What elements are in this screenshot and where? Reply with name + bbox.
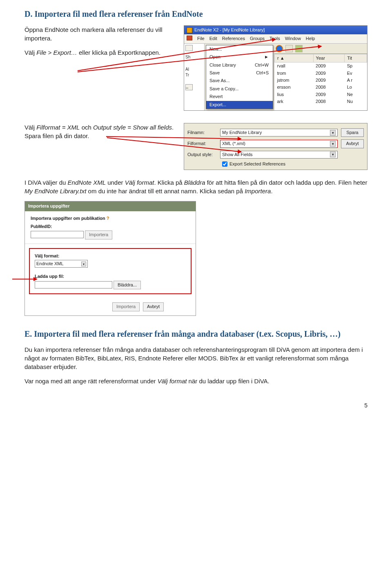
mi-savecopy[interactable]: Save a Copy... <box>206 85 273 93</box>
c: 2009 <box>313 91 345 98</box>
chevron-down-icon[interactable]: ▾ <box>81 262 86 266</box>
x: för att hitta filen på din dator och lad… <box>205 179 367 186</box>
table-row[interactable]: ark2008Nu <box>275 98 367 105</box>
x: när du laddar upp filen i DiVA. <box>187 378 269 385</box>
table-row[interactable]: lius2009Ne <box>275 91 367 98</box>
ladda-label: Ladda upp fil: <box>35 273 186 280</box>
endnote-right: r ▲ Year Tit rvall2009Sp trom2009Ev jstr… <box>274 44 367 110</box>
importera-bottom-button[interactable]: Importera <box>112 302 140 311</box>
c: Nu <box>345 98 367 105</box>
x: Filformat = XML <box>36 124 80 131</box>
t1: Välj <box>24 49 36 56</box>
tb-btn-1[interactable] <box>285 45 293 52</box>
mi-save-lbl: Save <box>209 70 220 76</box>
c: 2009 <box>313 77 345 84</box>
red-arrow-5 <box>12 279 37 280</box>
x: under <box>106 179 125 186</box>
mi-saveas[interactable]: Save As... <box>206 77 273 85</box>
chevron-down-icon[interactable]: ▾ <box>330 152 336 157</box>
table-row[interactable]: jstrom2009A r <box>275 77 367 84</box>
checkbox-icon[interactable] <box>222 161 227 167</box>
mi-open-acc: ► <box>264 54 269 60</box>
mi-savecopy-lbl: Save a Copy... <box>209 86 238 92</box>
x: . Klicka på <box>154 179 184 186</box>
endnote-app-icon <box>187 27 192 33</box>
file-path-input[interactable] <box>35 281 112 288</box>
c: 2008 <box>313 98 345 105</box>
filformat-field[interactable]: XML (*.xml) ▾ <box>220 140 338 148</box>
c: 2009 <box>313 70 345 77</box>
x: Output style = Show all fields <box>93 124 172 131</box>
menu-window[interactable]: Window <box>285 36 301 42</box>
mi-save-acc: Ctrl+S <box>256 70 269 76</box>
avbryt-button[interactable]: Avbryt <box>341 139 364 148</box>
format-select[interactable]: Endnote XML ▾ <box>35 260 88 268</box>
c: lius <box>275 91 314 98</box>
col-title[interactable]: Tit <box>345 54 367 62</box>
spara-button[interactable]: Spara <box>341 128 364 137</box>
mi-revert-lbl: Revert <box>209 94 223 100</box>
mi-save[interactable]: SaveCtrl+S <box>206 69 273 77</box>
para-d1a: Öppna EndNote och markera alla referense… <box>24 25 176 42</box>
diva-q-label: Importera uppgifter om publikation? <box>31 215 190 221</box>
help-icon[interactable]: ? <box>107 216 109 221</box>
para-d1b: Välj File > Export… eller klicka på Expo… <box>24 48 176 57</box>
col-author[interactable]: r ▲ <box>275 54 314 62</box>
filformat-value: XML (*.xml) <box>222 141 245 147</box>
menu-file[interactable]: File <box>197 36 205 42</box>
menu-references[interactable]: References <box>222 36 245 42</box>
mi-export[interactable]: Export... <box>206 101 273 109</box>
mi-revert[interactable]: Revert <box>206 93 273 101</box>
x: Bläddra <box>184 179 205 186</box>
t2: File > Export… <box>36 49 79 56</box>
filnamn-value: My EndNote Library <box>222 130 262 136</box>
c: jstrom <box>275 77 314 84</box>
c: 2008 <box>313 84 345 91</box>
x: Välj format <box>125 179 154 186</box>
menu-edit[interactable]: Edit <box>209 36 217 42</box>
format-value: Endnote XML <box>36 261 64 267</box>
col-year[interactable]: Year <box>313 54 345 62</box>
c: ersson <box>275 84 314 91</box>
endnote-titlebar: EndNote X2 - [My EndNote Library] <box>184 26 367 34</box>
diva-panel: Importera uppgifter Importera uppgifter … <box>24 201 196 315</box>
bladdra-button[interactable]: Bläddra... <box>114 281 141 289</box>
c: A r <box>345 77 367 84</box>
export-dialog: Filnamn: My EndNote Library ▾ Spara Filf… <box>184 123 368 170</box>
mi-close[interactable]: Close LibraryCtrl+W <box>206 61 273 69</box>
filnamn-field[interactable]: My EndNote Library ▾ <box>220 129 338 136</box>
para-e2: Var noga med att ange rätt referensforma… <box>24 377 368 385</box>
c: rvall <box>275 63 314 70</box>
left-al: Al <box>185 67 203 72</box>
c: Ne <box>345 91 367 98</box>
endnote-title: EndNote X2 - [My EndNote Library] <box>194 27 265 33</box>
t3: eller klicka på Exportknappen. <box>79 49 160 56</box>
x: I DiVA väljer du <box>24 179 68 186</box>
para-d3: I DiVA väljer du EndNote XML under Välj … <box>24 178 368 195</box>
diva-header: Importera uppgifter <box>25 201 196 211</box>
chevron-down-icon[interactable]: ▾ <box>330 141 336 147</box>
endnote-doc-icon <box>187 36 192 40</box>
chk-label: Export Selected References <box>229 161 285 167</box>
x: EndNote XML <box>68 179 106 186</box>
left-btn-2[interactable]: – <box>185 84 193 90</box>
c: trom <box>275 70 314 77</box>
page-number: 5 <box>24 402 368 410</box>
para-e1: Du kan importera referenser från många a… <box>24 345 368 371</box>
mi-export-lbl: Export... <box>209 102 226 108</box>
export-selected-checkbox[interactable]: Export Selected References <box>222 161 364 167</box>
col-author-lbl: r <box>277 56 279 60</box>
menu-help[interactable]: Help <box>306 36 315 42</box>
table-row[interactable]: ersson2008Lo <box>275 84 367 91</box>
redbox: Välj format: Endnote XML ▾ Ladda upp fil… <box>29 248 192 295</box>
left-btn-1[interactable] <box>185 45 193 51</box>
chevron-down-icon[interactable]: ▾ <box>330 130 336 136</box>
pubmed-input[interactable] <box>31 231 84 238</box>
table-row[interactable]: trom2009Ev <box>275 70 367 77</box>
importera-top-button[interactable]: Importera <box>85 230 112 239</box>
avbryt-diva-button[interactable]: Avbryt <box>143 302 164 311</box>
q-text: Importera uppgifter om publikation <box>31 216 105 221</box>
x: om du inte har ändrat till ett annat nam… <box>86 188 245 195</box>
heading-e: E. Importera fil med flera referenser fr… <box>24 328 368 340</box>
table-row[interactable]: rvall2009Sp <box>275 63 367 70</box>
